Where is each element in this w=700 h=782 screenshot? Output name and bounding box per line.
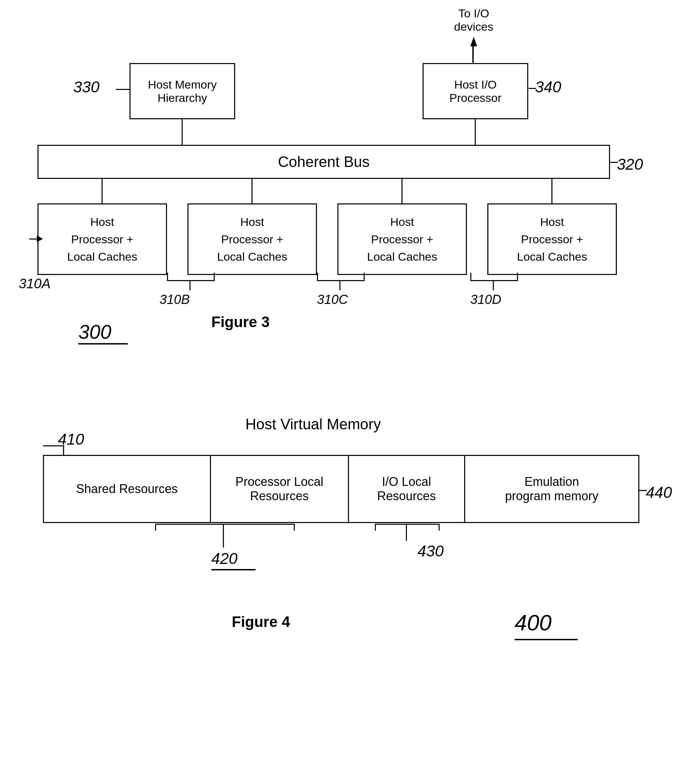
vline-proc2 <box>252 179 253 203</box>
processor-local-label: Processor LocalResources <box>235 475 323 503</box>
hvm-section-processor: Processor LocalResources <box>211 456 349 522</box>
bracket-310d-horiz <box>470 280 518 281</box>
label-420: 420 <box>211 549 238 568</box>
bracket-340-line <box>528 88 536 89</box>
bracket-430-right <box>438 524 440 531</box>
bracket-430-body <box>375 524 440 525</box>
line-330 <box>116 89 130 90</box>
bracket-310c-horiz <box>317 280 365 281</box>
processor-box-310c: HostProcessor +Local Caches <box>337 203 467 275</box>
label-310b: 310B <box>160 292 190 307</box>
vline-proc1 <box>102 179 103 203</box>
vline-io-down <box>475 119 476 145</box>
processor-box-310a: HostProcessor +Local Caches <box>37 203 167 275</box>
bracket-420-right <box>294 524 295 531</box>
underline-400 <box>515 639 578 640</box>
label-330: 330 <box>73 78 100 96</box>
vline-proc4 <box>552 179 552 203</box>
bracket-430-tick <box>406 524 407 541</box>
bracket-310d-tick <box>493 280 494 290</box>
shared-resources-label: Shared Resources <box>76 482 178 496</box>
label-310a: 310A <box>19 276 50 291</box>
bracket-310d-left <box>470 273 471 280</box>
bracket-440 <box>639 490 647 491</box>
bracket-420-tick <box>223 524 224 547</box>
bracket-310c-tick <box>340 280 340 290</box>
processor-box-310b: HostProcessor +Local Caches <box>187 203 317 275</box>
label-440: 440 <box>646 483 672 502</box>
corner-410-vline <box>63 445 64 455</box>
arrow-up-to-io-line <box>472 46 474 63</box>
bracket-310b-left <box>167 273 168 280</box>
figure4-caption: Figure 4 <box>232 613 290 631</box>
bracket-320-line <box>610 162 618 163</box>
label-320: 320 <box>617 155 643 173</box>
coherent-bus-label: Coherent Bus <box>278 153 370 170</box>
label-300: 300 <box>78 320 112 343</box>
host-memory-label: Host MemoryHierarchy <box>148 78 217 105</box>
hvm-label: Host Virtual Memory <box>245 416 381 433</box>
bracket-310b-horiz <box>167 280 215 281</box>
figure3-caption: Figure 3 <box>211 313 270 331</box>
processor-box-310d: HostProcessor +Local Caches <box>487 203 617 275</box>
processor-310b-label: HostProcessor +Local Caches <box>217 213 287 265</box>
underline-420 <box>211 569 256 571</box>
host-io-processor-label: Host I/OProcessor <box>449 78 501 105</box>
hvm-rect: Shared Resources Processor LocalResource… <box>43 455 639 523</box>
vline-proc3 <box>402 179 402 203</box>
underline-300 <box>78 343 128 344</box>
io-local-label: I/O LocalResources <box>377 475 436 503</box>
bracket-310b-tick <box>190 280 190 290</box>
label-340: 340 <box>535 78 561 96</box>
emulation-memory-label: Emulationprogram memory <box>505 475 598 503</box>
corner-410-hline <box>43 445 64 446</box>
label-310d: 310D <box>470 292 501 307</box>
arrow-up-to-io <box>470 37 477 47</box>
label-310c: 310C <box>317 292 348 307</box>
bracket-430-left <box>375 524 376 531</box>
host-io-processor-box: Host I/OProcessor <box>423 63 528 119</box>
hvm-section-shared: Shared Resources <box>44 456 211 522</box>
hvm-section-io: I/O LocalResources <box>349 456 465 522</box>
coherent-bus-box: Coherent Bus <box>37 145 610 179</box>
host-memory-box: Host MemoryHierarchy <box>130 63 235 119</box>
bracket-310c-right <box>363 273 365 280</box>
bracket-420-left <box>155 524 156 531</box>
label-430: 430 <box>417 542 444 560</box>
hvm-section-emulation: Emulationprogram memory <box>465 456 638 522</box>
page: To I/Odevices Host I/OProcessor 340 Host… <box>0 0 700 782</box>
vline-mem-down <box>182 119 183 145</box>
bracket-310d-right <box>517 273 518 280</box>
processor-310d-label: HostProcessor +Local Caches <box>517 213 587 265</box>
bracket-310b-right <box>214 273 215 280</box>
bracket-420-body <box>155 524 295 525</box>
io-devices-label: To I/Odevices <box>443 7 504 33</box>
arrow-310a-head <box>37 235 43 242</box>
processor-310c-label: HostProcessor +Local Caches <box>367 213 437 265</box>
label-400: 400 <box>515 610 552 636</box>
processor-310a-label: HostProcessor +Local Caches <box>67 213 137 265</box>
bracket-310c-left <box>317 273 318 280</box>
